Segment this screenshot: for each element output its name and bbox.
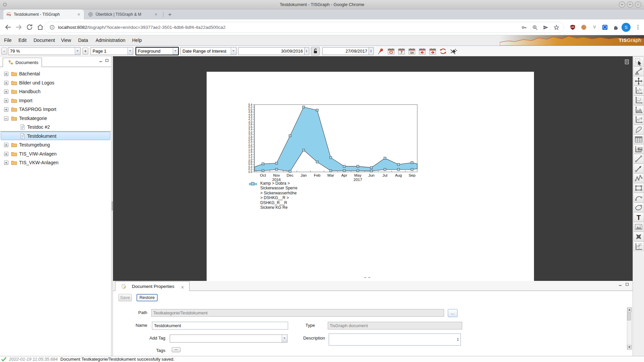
document-properties-tab[interactable]: Document Properties: [115, 281, 190, 291]
menu-document[interactable]: Document: [34, 35, 55, 46]
zoom-in-button[interactable]: +: [83, 48, 88, 55]
tool-chart-crosshair-button[interactable]: [633, 241, 644, 251]
menu-edit[interactable]: Edit: [18, 35, 26, 46]
panel-maximize-icon[interactable]: [105, 58, 109, 63]
document-page[interactable]: 0.00.20.40.60.81.01.21.41.61.82.02.22.42…: [207, 72, 534, 281]
calendar-today-button[interactable]: [387, 47, 395, 56]
tool-rectangle-button[interactable]: [633, 183, 644, 193]
dropdown-arrow-icon[interactable]: [282, 335, 287, 342]
scroll-up-icon[interactable]: [627, 308, 632, 312]
panel-minimize-icon[interactable]: [618, 282, 623, 287]
tab-testdokument[interactable]: iteg Testdokument - TISGraph: [3, 9, 84, 19]
cookie-extension-icon[interactable]: [581, 24, 587, 31]
date-to-field[interactable]: [322, 47, 369, 55]
tool-chart-time-button[interactable]: t: [633, 115, 644, 125]
window-maximize-button[interactable]: [627, 1, 633, 8]
panel-minimize-icon[interactable]: [99, 58, 103, 63]
tree-item-testdokument[interactable]: Testdokument: [0, 132, 111, 141]
calendar-back-button[interactable]: [418, 47, 427, 56]
menu-help[interactable]: Help: [132, 35, 142, 46]
dropdown-arrow-icon[interactable]: [173, 48, 178, 55]
address-bar[interactable]: localhost:8082/tisgraph/?locale=en#doc=3…: [44, 22, 564, 33]
tool-arc-button[interactable]: [633, 193, 644, 202]
tool-bezier-button[interactable]: [633, 66, 644, 76]
tree-item-import[interactable]: +Import: [0, 96, 111, 105]
expand-icon[interactable]: +: [4, 161, 8, 165]
disconnect-button[interactable]: [449, 47, 458, 56]
menu-file[interactable]: File: [4, 35, 12, 46]
tab-close-icon[interactable]: [76, 12, 81, 17]
page-combobox[interactable]: Page 1: [91, 47, 133, 55]
zoom-level-combobox[interactable]: 79 %: [8, 47, 80, 55]
ublock-extension-icon[interactable]: uO: [570, 24, 576, 31]
tab-ueberblick[interactable]: Überblick | TISGraph & M: [85, 9, 161, 19]
collapse-icon[interactable]: −: [4, 116, 8, 121]
tab-close-icon[interactable]: [154, 12, 158, 17]
date-range-combobox[interactable]: Date Range of Interest: [180, 47, 236, 55]
expand-icon[interactable]: +: [4, 143, 8, 147]
url-text[interactable]: localhost:8082/tisgraph/?locale=en#doc=3…: [58, 25, 521, 30]
dropdown-arrow-icon[interactable]: [231, 48, 236, 55]
calendar-7-button[interactable]: 7: [397, 47, 406, 56]
restore-button[interactable]: Restore: [137, 294, 158, 301]
tree-item-handbuch[interactable]: +Handbuch: [0, 87, 111, 96]
layer-combobox[interactable]: Foreground: [136, 47, 179, 55]
tree-item-b-chental[interactable]: +Bächental: [0, 69, 111, 78]
site-info-icon[interactable]: [49, 24, 55, 30]
scrollbar-thumb[interactable]: [627, 312, 631, 320]
expand-icon[interactable]: +: [4, 72, 8, 76]
send-to-device-icon[interactable]: [542, 24, 549, 31]
pushpin-button[interactable]: [376, 47, 385, 56]
tags-button[interactable]: —: [172, 347, 180, 352]
tool-chart-axes-button[interactable]: [633, 86, 644, 96]
date-from-field[interactable]: [238, 47, 305, 55]
page-view-icon[interactable]: [624, 59, 630, 65]
dropdown-arrow-icon[interactable]: [127, 48, 133, 55]
description-scroll-arrows[interactable]: [456, 334, 460, 345]
bitwarden-extension-icon[interactable]: [602, 24, 608, 31]
back-button[interactable]: [4, 23, 12, 31]
menu-administration[interactable]: Administration: [96, 35, 125, 46]
tool-delete-cross-button[interactable]: [633, 232, 644, 241]
expand-icon[interactable]: +: [4, 99, 8, 103]
tree-item-tasprog-import[interactable]: +TASPROG Import: [0, 105, 111, 114]
browse-path-button[interactable]: ...: [448, 309, 458, 317]
save-button[interactable]: Save: [118, 294, 132, 301]
reload-button[interactable]: [25, 23, 34, 31]
tree-item-bilder-und-logos[interactable]: +Bilder und Logos: [0, 78, 111, 87]
tool-image-button[interactable]: [633, 222, 644, 232]
tool-chart-area-button[interactable]: [633, 105, 644, 115]
tree-item-testdoc-2[interactable]: Testdoc #2: [0, 123, 111, 132]
vimium-extension-icon[interactable]: V: [591, 24, 598, 31]
zoom-out-button[interactable]: -: [1, 48, 7, 55]
expand-icon[interactable]: +: [4, 152, 8, 156]
forward-button[interactable]: [15, 23, 23, 31]
tool-polyline-button[interactable]: [633, 173, 644, 183]
calendar-14-button[interactable]: 14: [408, 47, 416, 56]
menu-view[interactable]: View: [61, 35, 71, 46]
new-tab-button[interactable]: [167, 12, 173, 17]
lock-range-button[interactable]: [311, 47, 320, 55]
panel-maximize-icon[interactable]: [625, 282, 630, 287]
bookmark-icon[interactable]: [553, 24, 560, 31]
tree-item-tis-viw-anlagen[interactable]: +TIS_VIW-Anlagen: [0, 149, 111, 159]
password-manager-icon[interactable]: [521, 24, 528, 31]
tree-item-testumgebung[interactable]: +Testumgebung: [0, 140, 111, 149]
window-minimize-button[interactable]: [619, 1, 625, 8]
extensions-puzzle-icon[interactable]: [613, 24, 619, 31]
tool-chart-select-button[interactable]: [633, 96, 644, 105]
date-to-spinner[interactable]: [369, 47, 374, 55]
tree-item-tis-vkw-anlagen[interactable]: +TIS_VKW-Anlagen: [0, 158, 111, 167]
menu-data[interactable]: Data: [78, 35, 88, 46]
scroll-down-icon[interactable]: [627, 345, 632, 349]
properties-tab-close-icon[interactable]: [180, 285, 183, 288]
window-close-button[interactable]: [635, 1, 641, 8]
dropdown-arrow-icon[interactable]: [75, 48, 80, 55]
expand-icon[interactable]: +: [4, 107, 8, 112]
tool-text-button[interactable]: T: [633, 212, 644, 222]
tool-arrow-button[interactable]: [633, 164, 644, 173]
tool-chart-na-button[interactable]: Na: [633, 144, 644, 154]
home-button[interactable]: [36, 23, 44, 31]
tool-select-button[interactable]: [633, 57, 644, 66]
profile-avatar[interactable]: S: [622, 23, 631, 32]
